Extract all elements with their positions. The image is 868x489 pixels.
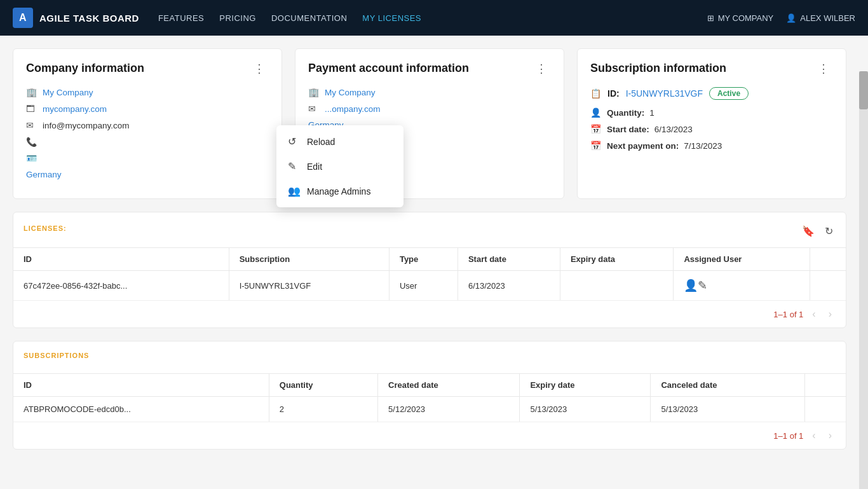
calendar-next-icon: 📅 [590,141,602,151]
main-content: Company information ⋮ 🏢 My Company 🗔 myc… [0,36,859,489]
payment-card: Payment account information ⋮ 🏢 My Compa… [295,48,564,199]
assign-user-icon[interactable]: 👤✎ [684,279,707,292]
subscription-quantity-value: 1 [649,108,654,118]
subscription-quantity-row: 👤 Quantity: 1 [590,107,833,118]
license-id: 67c472ee-0856-432f-babc... [13,271,229,301]
subscription-next-payment-row: 📅 Next payment on: 7/13/2023 [590,141,833,151]
payment-card-menu-btn[interactable]: ⋮ [532,62,551,76]
subscription-id-row: 📋 ID: I-5UNWYRL31VGF Active [590,87,833,100]
browser-icon: 🗔 [26,104,37,114]
subscriptions-pagination-text: 1–1 of 1 [773,431,803,441]
sub-quantity: 2 [269,397,377,422]
user-icon: 👤 [786,13,796,23]
manage-admins-icon: 👥 [288,185,301,197]
licenses-section: LICENSES: 🔖 ↻ ID Subscription Type Start… [13,212,846,328]
active-badge: Active [709,87,749,100]
card-icon: 🪪 [26,153,37,163]
licenses-filter-icon[interactable]: 🔖 [799,223,817,240]
sub-col-created-date: Created date [378,374,520,397]
company-card: Company information ⋮ 🏢 My Company 🗔 myc… [13,48,282,199]
nav-features[interactable]: FEATURES [158,13,204,23]
company-icon: ⊞ [707,13,714,23]
license-assigned-user[interactable]: 👤✎ [674,271,810,301]
scrollbar-thumb[interactable] [859,71,868,109]
payment-company-row: 🏢 My Company [308,87,551,97]
sub-col-spacer [804,374,846,397]
company-website-row: 🗔 mycompany.com [26,104,269,114]
sub-created-date: 5/12/2023 [378,397,520,422]
dropdown-reload-label: Reload [307,137,335,147]
sub-canceled-date: 5/13/2023 [651,397,804,422]
company-name[interactable]: My Company [43,88,93,97]
company-nav-item[interactable]: ⊞ MY COMPANY [707,13,774,23]
table-row: ATBPROMOCODE-edcd0b... 2 5/12/2023 5/13/… [13,397,846,422]
licenses-pagination: 1–1 of 1 ‹ › [13,300,846,327]
brand[interactable]: a AGILE TASK BOARD [13,8,139,28]
company-label: MY COMPANY [718,13,774,23]
col-expiry-data: Expiry data [560,248,674,271]
subscription-next-payment-label: Next payment on: [607,141,679,151]
company-email: info@mycompany.com [43,121,130,130]
dropdown-menu: ↺ Reload ✎ Edit 👥 Manage Admins [276,125,403,207]
nav-my-licenses[interactable]: MY LICENSES [362,13,421,23]
col-start-date: Start date [458,248,560,271]
subscriptions-section: SUBSCRIPTIONS ID Quantity Created date E… [13,341,846,450]
sub-col-quantity: Quantity [269,374,377,397]
dropdown-edit[interactable]: ✎ Edit [276,154,403,179]
subscriptions-table: ID Quantity Created date Expiry date Can… [13,373,846,422]
sub-col-expiry-date: Expiry date [520,374,651,397]
subscriptions-section-header: SUBSCRIPTIONS [13,352,846,373]
reload-icon: ↺ [288,135,301,148]
company-website[interactable]: mycompany.com [43,104,107,114]
subscription-card-menu-btn[interactable]: ⋮ [814,62,833,76]
brand-name: AGILE TASK BOARD [39,13,139,24]
navbar: a AGILE TASK BOARD FEATURES PRICING DOCU… [0,0,868,36]
subscriptions-pagination: 1–1 of 1 ‹ › [13,422,846,449]
user-nav-item[interactable]: 👤 ALEX WILBER [786,13,855,23]
licenses-table: ID Subscription Type Start date Expiry d… [13,247,846,300]
col-type: Type [389,248,458,271]
nav-pricing[interactable]: PRICING [219,13,256,23]
dropdown-edit-label: Edit [307,162,322,172]
sub-next-page-btn[interactable]: › [825,429,836,443]
nav-documentation[interactable]: DOCUMENTATION [271,13,347,23]
edit-icon: ✎ [288,160,301,172]
subscription-card: Subscription information ⋮ 📋 ID: I-5UNWY… [577,48,846,199]
col-assigned-user: Assigned User [674,248,810,271]
subscriptions-label: SUBSCRIPTIONS [24,352,89,359]
table-row: 67c472ee-0856-432f-babc... I-5UNWYRL31VG… [13,271,846,301]
company-card-row: 🪪 [26,153,269,163]
nav-right: ⊞ MY COMPANY 👤 ALEX WILBER [707,13,855,23]
licenses-refresh-icon[interactable]: ↻ [822,223,836,240]
cards-row: Company information ⋮ 🏢 My Company 🗔 myc… [13,48,846,199]
subscription-start-value: 6/13/2023 [654,125,693,134]
dropdown-reload[interactable]: ↺ Reload [276,129,403,154]
building-icon: 🏢 [26,87,37,97]
payment-building-icon: 🏢 [308,87,320,97]
company-phone-row: 📞 [26,137,269,147]
payment-company[interactable]: My Company [325,88,376,97]
company-card-menu-btn[interactable]: ⋮ [250,62,269,76]
licenses-pagination-text: 1–1 of 1 [773,310,803,319]
license-subscription: I-5UNWYRL31VGF [229,271,389,301]
company-email-row: ✉ info@mycompany.com [26,120,269,130]
company-card-title: Company information [26,62,144,75]
license-type: User [389,271,458,301]
payment-envelope-icon: ✉ [308,104,320,114]
scrollbar[interactable] [859,71,868,489]
next-page-btn[interactable]: › [825,307,836,321]
subscription-start-row: 📅 Start date: 6/13/2023 [590,124,833,134]
calendar-start-icon: 📅 [590,124,602,134]
subscription-card-title: Subscription information [590,62,726,75]
payment-card-header: Payment account information ⋮ [308,62,551,76]
prev-page-btn[interactable]: ‹ [808,307,819,321]
dropdown-manage-admins[interactable]: 👥 Manage Admins [276,179,403,203]
subscription-id-value: I-5UNWYRL31VGF [626,88,703,99]
subscription-id-icon: 📋 [590,88,601,99]
company-country: Germany [26,170,62,179]
sub-col-id: ID [13,374,269,397]
dropdown-manage-admins-label: Manage Admins [307,186,370,196]
subscription-card-header: Subscription information ⋮ [590,62,833,76]
sub-prev-page-btn[interactable]: ‹ [808,429,819,443]
payment-card-title: Payment account information [308,62,469,75]
